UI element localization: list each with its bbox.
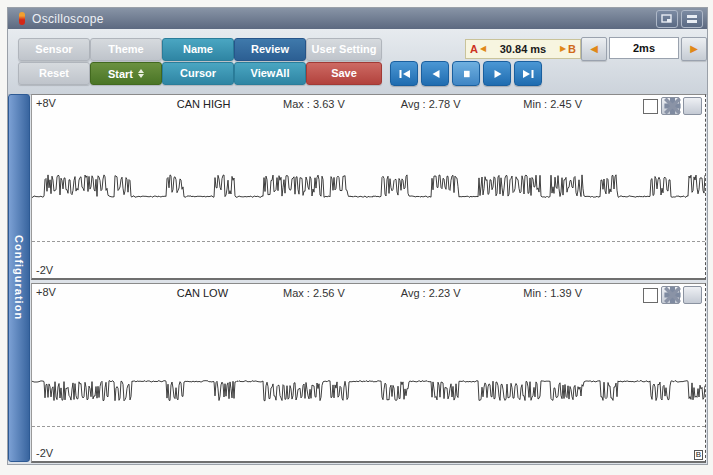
title-bar: Oscilloscope <box>8 8 707 29</box>
viewall-button[interactable]: ViewAll <box>234 62 306 85</box>
configuration-tab[interactable]: Configuration <box>8 94 30 462</box>
channel1-min-value: Min : 2.45 V <box>523 98 582 110</box>
theme-button[interactable]: Theme <box>90 38 162 61</box>
stop-icon <box>460 69 473 79</box>
channel-can-high: +8V -2V CAN HIGH Max : 3.63 V Avg : 2.78… <box>31 94 706 280</box>
cursor-b-marker[interactable]: B <box>694 450 703 460</box>
channel2-min-value: Min : 1.39 V <box>523 287 582 299</box>
name-button[interactable]: Name <box>162 38 234 61</box>
playback-controls <box>390 61 542 86</box>
stop-button[interactable] <box>452 61 480 86</box>
stacked-bars-icon <box>686 14 698 24</box>
reset-button[interactable]: Reset <box>18 62 90 85</box>
toolbar: Sensor Theme Name Review User Setting Re… <box>8 29 707 95</box>
oscilloscope-window: Oscilloscope Sensor Theme Name Review Us… <box>7 7 708 465</box>
skip-to-end-button[interactable] <box>514 61 542 86</box>
channel2-avg-value: Avg : 2.23 V <box>401 287 461 299</box>
can-high-waveform <box>32 95 705 278</box>
restore-icon <box>661 14 673 24</box>
zero-volt-line <box>32 426 705 427</box>
channel2-max-value: Max : 2.56 V <box>283 287 345 299</box>
play-backward-icon <box>429 69 442 79</box>
timebase-value: 2ms <box>609 37 679 59</box>
start-spinner-icon[interactable] <box>138 69 144 78</box>
channel1-max-value: Max : 3.63 V <box>283 98 345 110</box>
channel1-top-voltage-label: +8V <box>36 97 56 109</box>
skip-start-icon <box>398 69 411 79</box>
user-setting-button[interactable]: User Setting <box>306 38 382 61</box>
save-button[interactable]: Save <box>306 62 382 85</box>
step-back-button[interactable] <box>421 61 449 86</box>
ab-range-value: 30.84 ms <box>488 43 558 55</box>
channel-can-low: +8V -2V CAN LOW Max : 2.56 V Avg : 2.23 … <box>31 283 706 463</box>
can-low-waveform <box>32 284 705 461</box>
close-icon <box>643 97 702 115</box>
channel2-name: CAN LOW <box>177 287 228 299</box>
cursor-button[interactable]: Cursor <box>162 62 234 85</box>
window-title: Oscilloscope <box>32 12 104 26</box>
restore-window-button[interactable] <box>656 10 678 28</box>
skip-end-icon <box>522 69 535 79</box>
plot-region: Configuration +8V -2V CAN HIGH Max : 3.6… <box>8 94 707 464</box>
channel1-avg-value: Avg : 2.78 V <box>401 98 461 110</box>
channel2-close-button[interactable] <box>683 286 702 304</box>
app-icon <box>19 12 25 25</box>
configuration-tab-label: Configuration <box>13 235 25 320</box>
cursor-a-arrow-icon[interactable]: ◀ <box>478 45 488 53</box>
channel2-top-voltage-label: +8V <box>36 286 56 298</box>
channel1-name: CAN HIGH <box>177 98 231 110</box>
ab-range-box[interactable]: A ◀ 30.84 ms ▶ B <box>465 39 581 59</box>
sensor-button[interactable]: Sensor <box>18 38 90 61</box>
start-button-label: Start <box>108 68 133 80</box>
review-button[interactable]: Review <box>234 38 306 61</box>
close-icon <box>643 286 702 304</box>
cursor-b-label: B <box>568 43 576 55</box>
start-button[interactable]: Start <box>90 62 162 85</box>
play-icon <box>491 69 504 79</box>
maximize-window-button[interactable] <box>681 10 703 28</box>
timebase-increase-button[interactable]: ▶ <box>681 37 707 61</box>
channel1-close-button[interactable] <box>683 97 702 115</box>
play-button[interactable] <box>483 61 511 86</box>
channel2-bottom-voltage-label: -2V <box>36 447 53 459</box>
cursor-b-arrow-icon[interactable]: ▶ <box>558 45 568 53</box>
channel1-bottom-voltage-label: -2V <box>36 264 53 276</box>
zero-volt-line <box>32 241 705 242</box>
timebase-decrease-button[interactable]: ◀ <box>581 37 607 61</box>
skip-to-start-button[interactable] <box>390 61 418 86</box>
cursor-a-label: A <box>470 43 478 55</box>
